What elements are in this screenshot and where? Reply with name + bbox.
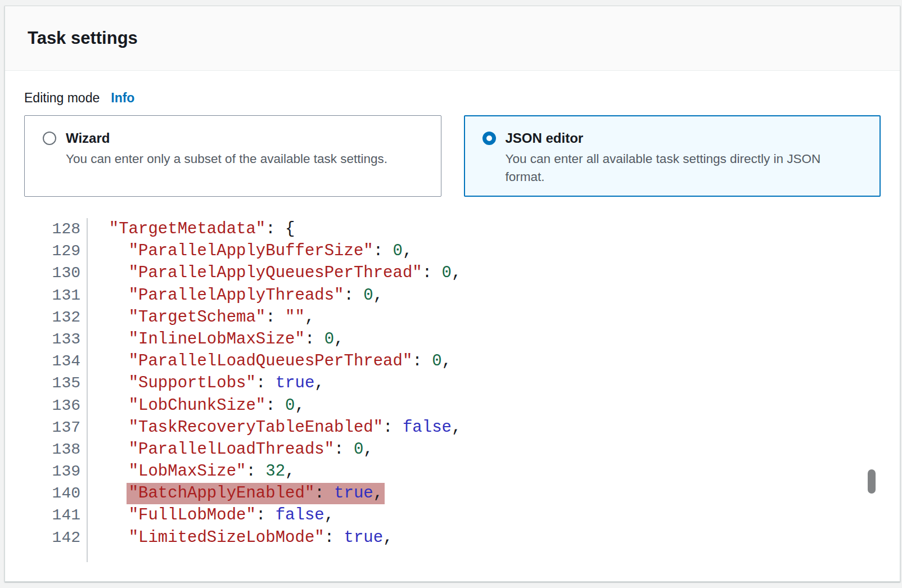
- line-number: 136: [24, 395, 87, 417]
- code-text: "ParallelLoadThreads": 0,: [87, 438, 373, 460]
- tile-json-editor-title: JSON editor: [506, 130, 584, 146]
- search-highlight: "BatchApplyEnabled": true,: [127, 483, 385, 504]
- line-number: 137: [24, 417, 87, 438]
- info-link[interactable]: Info: [111, 89, 134, 107]
- code-lines: 128 "TargetMetadata": {129 "ParallelAppl…: [24, 218, 881, 549]
- line-number: 133: [24, 328, 87, 350]
- code-line[interactable]: 134 "ParallelLoadQueuesPerThread": 0,: [24, 350, 881, 372]
- panel-header: Task settings: [5, 6, 900, 71]
- tile-wizard-head: Wizard: [43, 130, 424, 146]
- code-text: "InlineLobMaxSize": 0,: [87, 328, 344, 350]
- line-number: 139: [24, 460, 87, 482]
- code-text: "TargetSchema": "",: [87, 306, 314, 328]
- line-number: 132: [24, 306, 87, 328]
- code-line[interactable]: 131 "ParallelApplyThreads": 0,: [24, 284, 881, 306]
- line-number: 134: [24, 350, 87, 372]
- task-settings-panel: Task settings Editing mode Info Wizard Y…: [4, 6, 900, 582]
- code-text: "ParallelApplyThreads": 0,: [87, 284, 383, 306]
- tile-wizard-description: You can enter only a subset of the avail…: [66, 150, 409, 168]
- code-line[interactable]: 132 "TargetSchema": "",: [24, 306, 881, 328]
- code-text: "LimitedSizeLobMode": true,: [87, 527, 393, 549]
- code-line[interactable]: 130 "ParallelApplyQueuesPerThread": 0,: [24, 262, 881, 284]
- tile-json-editor[interactable]: JSON editor You can enter all available …: [464, 115, 881, 197]
- line-number: 130: [24, 262, 87, 284]
- line-number: 142: [24, 527, 87, 549]
- json-code-editor[interactable]: 128 "TargetMetadata": {129 "ParallelAppl…: [24, 218, 881, 562]
- panel-title: Task settings: [28, 28, 138, 48]
- tile-wizard[interactable]: Wizard You can enter only a subset of th…: [24, 115, 441, 197]
- code-text: "ParallelApplyQueuesPerThread": 0,: [87, 262, 461, 284]
- code-line[interactable]: 138 "ParallelLoadThreads": 0,: [24, 438, 881, 460]
- code-text: "ParallelApplyBufferSize": 0,: [87, 240, 412, 262]
- wizard-radio-button[interactable]: [43, 132, 56, 145]
- code-line[interactable]: 133 "InlineLobMaxSize": 0,: [24, 328, 881, 350]
- line-number: 140: [24, 482, 87, 504]
- line-number: 128: [24, 218, 87, 240]
- line-number: 138: [24, 438, 87, 460]
- code-line[interactable]: 141 "FullLobMode": false,: [24, 504, 881, 526]
- code-line[interactable]: 139 "LobMaxSize": 32,: [24, 460, 881, 482]
- panel-body: Editing mode Info Wizard You can enter o…: [5, 89, 900, 562]
- json-editor-radio-button[interactable]: [482, 132, 496, 145]
- line-number: 131: [24, 284, 87, 306]
- code-text: "ParallelLoadQueuesPerThread": 0,: [87, 350, 452, 372]
- editing-mode-row: Editing mode Info: [24, 89, 881, 107]
- code-text: "LobChunkSize": 0,: [87, 395, 305, 417]
- editor-scrollbar-thumb[interactable]: [868, 469, 876, 494]
- code-text: "TaskRecoveryTableEnabled": false,: [87, 417, 461, 438]
- code-line[interactable]: 140 "BatchApplyEnabled": true,: [24, 482, 881, 504]
- line-number: 141: [24, 504, 87, 526]
- code-line[interactable]: 137 "TaskRecoveryTableEnabled": false,: [24, 417, 881, 438]
- code-line[interactable]: 142 "LimitedSizeLobMode": true,: [24, 527, 881, 549]
- tile-json-editor-description: You can enter all available task setting…: [506, 150, 849, 186]
- tile-json-editor-head: JSON editor: [482, 130, 864, 146]
- editing-mode-tiles: Wizard You can enter only a subset of th…: [24, 115, 881, 197]
- tile-wizard-title: Wizard: [66, 130, 110, 146]
- code-text: "LobMaxSize": 32,: [87, 460, 295, 482]
- line-number: 135: [24, 372, 87, 394]
- code-line[interactable]: 129 "ParallelApplyBufferSize": 0,: [24, 240, 881, 262]
- gutter-separator: [87, 218, 88, 562]
- editing-mode-label: Editing mode: [24, 89, 100, 107]
- code-text: "TargetMetadata": {: [87, 218, 295, 240]
- code-text: "SupportLobs": true,: [87, 372, 324, 394]
- code-text: "FullLobMode": false,: [87, 504, 334, 526]
- code-line[interactable]: 136 "LobChunkSize": 0,: [24, 395, 881, 417]
- code-text: "BatchApplyEnabled": true,: [87, 482, 385, 504]
- code-line[interactable]: 128 "TargetMetadata": {: [24, 218, 881, 240]
- line-number: 129: [24, 240, 87, 262]
- code-line[interactable]: 135 "SupportLobs": true,: [24, 372, 881, 394]
